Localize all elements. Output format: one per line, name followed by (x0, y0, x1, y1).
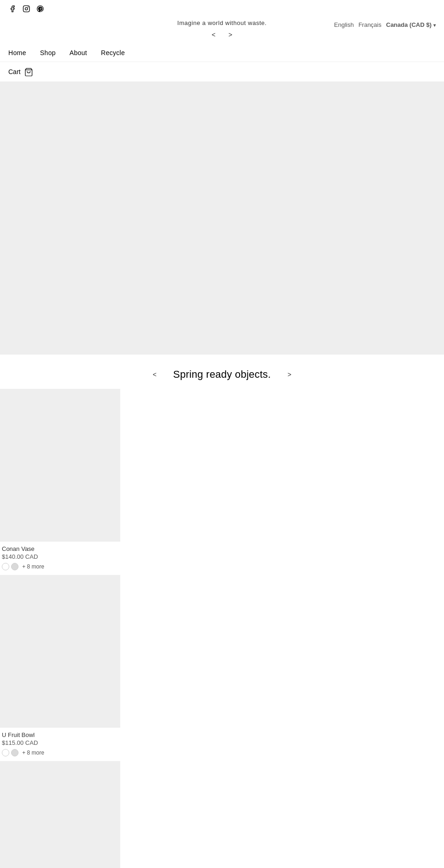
nav-link-home[interactable]: Home (8, 49, 26, 56)
section-nav: < Spring ready objects. > (0, 355, 444, 389)
slideshow-prev-button[interactable]: < (209, 30, 218, 39)
product-swatches-2: + 8 more (0, 749, 444, 756)
cart-bar[interactable]: Cart (0, 62, 444, 81)
product-image-3 (0, 761, 120, 868)
nav-item-shop[interactable]: Shop (40, 49, 56, 57)
svg-point-2 (28, 7, 28, 7)
nav-link-shop[interactable]: Shop (40, 49, 56, 56)
language-french[interactable]: Français (358, 21, 382, 28)
language-english[interactable]: English (334, 21, 354, 28)
swatch-white-1 (2, 563, 9, 570)
slideshow-arrows: < > (0, 28, 444, 42)
product-item-1[interactable]: Conan Vase $140.00 CAD + 8 more (0, 389, 444, 575)
slideshow-next-button[interactable]: > (226, 30, 235, 39)
chevron-down-icon: ▾ (433, 23, 436, 28)
product-price-1: $140.00 CAD (0, 553, 444, 560)
swatch-white-2 (2, 749, 9, 756)
swatch-lightgray-2 (11, 749, 18, 756)
cart-icon (24, 68, 33, 76)
nav-link-recycle[interactable]: Recycle (101, 49, 125, 56)
header: Imagine a world without waste. < > Engli… (0, 0, 444, 81)
svg-point-1 (25, 7, 27, 10)
product-swatches-1: + 8 more (0, 563, 444, 570)
main-nav: Home Shop About Recycle (0, 44, 444, 62)
nav-link-about[interactable]: About (69, 49, 87, 56)
cart-label: Cart (8, 68, 20, 75)
hero-image (0, 81, 444, 355)
instagram-icon[interactable] (22, 5, 31, 13)
section-next-button[interactable]: > (285, 370, 294, 379)
section-title: Spring ready objects. (173, 368, 271, 381)
more-colors-1: + 8 more (22, 563, 44, 570)
more-colors-2: + 8 more (22, 749, 44, 756)
product-image-1 (0, 389, 120, 542)
currency-selector[interactable]: Canada (CAD $) ▾ (386, 21, 436, 28)
swatch-lightgray-1 (11, 563, 18, 570)
product-item-2[interactable]: U Fruit Bowl $115.00 CAD + 8 more (0, 575, 444, 761)
product-list: Conan Vase $140.00 CAD + 8 more U Fruit … (0, 389, 444, 868)
language-currency-bar: English Français Canada (CAD $) ▾ (334, 21, 436, 28)
pinterest-icon[interactable] (36, 5, 44, 13)
product-image-2 (0, 575, 120, 728)
facebook-icon[interactable] (8, 5, 17, 13)
nav-item-about[interactable]: About (69, 49, 87, 57)
nav-item-home[interactable]: Home (8, 49, 26, 57)
product-price-2: $115.00 CAD (0, 739, 444, 746)
announcement-text: Imagine a world without waste. (177, 19, 266, 26)
product-name-1: Conan Vase (0, 545, 444, 552)
social-bar (0, 0, 444, 18)
product-item-3[interactable]: Radiant Bowl From $145.00 CAD (0, 761, 444, 868)
nav-item-recycle[interactable]: Recycle (101, 49, 125, 57)
currency-label: Canada (CAD $) (386, 21, 432, 28)
product-name-2: U Fruit Bowl (0, 731, 444, 738)
svg-rect-0 (23, 6, 29, 12)
nav-links: Home Shop About Recycle (8, 49, 125, 57)
section-prev-button[interactable]: < (150, 370, 159, 379)
